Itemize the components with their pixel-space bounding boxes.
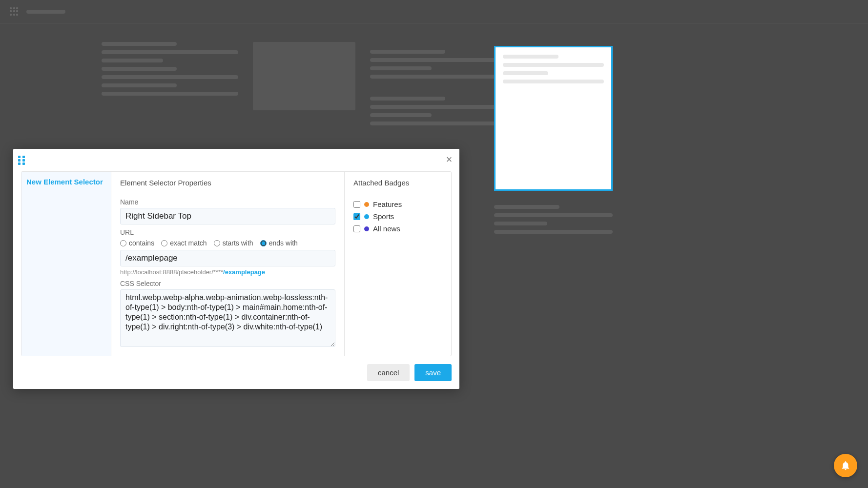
url-label: URL: [120, 228, 335, 236]
badge-color-dot: [364, 214, 369, 219]
topbar: [0, 0, 868, 23]
bell-icon: [840, 460, 851, 471]
modal-body: New Element Selector Element Selector Pr…: [21, 171, 452, 356]
properties-panel: Element Selector Properties Name URL con…: [111, 172, 345, 356]
url-input[interactable]: [120, 250, 335, 266]
selected-element-highlight: [494, 46, 613, 191]
badge-row[interactable]: Features: [353, 198, 442, 210]
radio-exact[interactable]: [161, 240, 167, 246]
new-selector-title: New Element Selector: [26, 178, 106, 186]
name-label: Name: [120, 198, 335, 206]
badge-label: Sports: [373, 212, 394, 221]
badges-panel: Attached Badges FeaturesSportsAll news: [345, 172, 451, 356]
save-button[interactable]: save: [414, 364, 452, 381]
badge-row[interactable]: All news: [353, 223, 442, 235]
badge-label: All news: [373, 224, 400, 233]
url-option-contains[interactable]: contains: [120, 239, 154, 247]
url-option-ends[interactable]: ends with: [260, 239, 298, 247]
badge-checkbox[interactable]: [353, 225, 360, 232]
cancel-button[interactable]: cancel: [367, 364, 410, 381]
url-hint: http://localhost:8888/placeholder/****/e…: [120, 268, 335, 276]
properties-heading: Element Selector Properties: [120, 179, 335, 193]
url-match-radio-group: contains exact match starts with ends wi…: [120, 239, 335, 247]
drag-handle-icon[interactable]: [18, 156, 26, 163]
name-input[interactable]: [120, 208, 335, 224]
close-button[interactable]: ×: [445, 155, 454, 164]
url-option-starts[interactable]: starts with: [214, 239, 253, 247]
notifications-fab[interactable]: [834, 454, 857, 477]
url-hint-base: http://localhost:8888/placeholder/****: [120, 268, 223, 276]
badge-color-dot: [364, 202, 369, 207]
badges-heading: Attached Badges: [353, 179, 442, 193]
radio-starts[interactable]: [214, 240, 220, 246]
modal-footer: cancel save: [13, 356, 459, 389]
radio-ends[interactable]: [260, 240, 267, 246]
badge-checkbox[interactable]: [353, 201, 360, 208]
url-option-exact[interactable]: exact match: [161, 239, 207, 247]
url-hint-match: /examplepage: [223, 268, 265, 276]
badge-row[interactable]: Sports: [353, 210, 442, 223]
modal-header: ×: [13, 149, 459, 166]
badge-checkbox[interactable]: [353, 213, 360, 220]
css-selector-textarea[interactable]: [120, 289, 335, 347]
selector-list-panel: New Element Selector: [21, 172, 111, 356]
bg-skeleton-lower: [494, 205, 613, 238]
badge-label: Features: [373, 200, 402, 208]
css-label: CSS Selector: [120, 280, 335, 287]
breadcrumb-placeholder: [26, 10, 65, 14]
bg-skeleton-columns: [102, 42, 507, 130]
radio-contains[interactable]: [120, 240, 126, 246]
app-menu-icon[interactable]: [10, 7, 19, 16]
element-selector-modal: × New Element Selector Element Selector …: [13, 149, 459, 389]
badge-color-dot: [364, 226, 369, 231]
